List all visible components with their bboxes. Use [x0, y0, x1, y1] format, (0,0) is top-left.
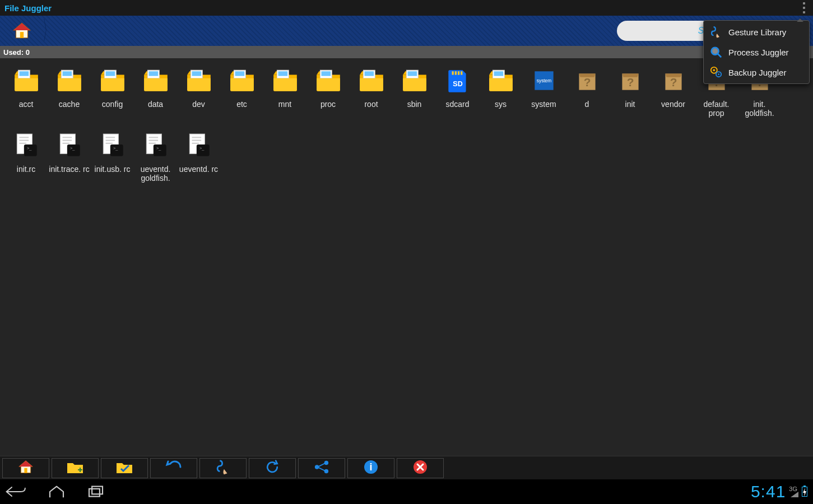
file-item[interactable]: SD sdcard [436, 65, 479, 118]
file-item[interactable]: config [91, 65, 134, 118]
file-label: proc [320, 100, 336, 109]
overflow-menu: Gesture Library Process Juggler Backup J… [703, 20, 810, 84]
recents-nav-icon[interactable] [86, 485, 105, 498]
file-item[interactable]: ? vendor [652, 65, 695, 118]
file-item[interactable]: cache [48, 65, 91, 118]
folder-icon [485, 65, 517, 96]
newfolder-icon [66, 460, 84, 477]
select-button[interactable] [101, 458, 148, 478]
file-item[interactable]: proc [306, 65, 350, 118]
sdcard-icon: SD [442, 65, 473, 96]
svg-point-80 [324, 469, 328, 473]
file-item[interactable]: mnt [263, 65, 306, 118]
svg-rect-2 [20, 32, 24, 38]
file-label: etc [236, 100, 247, 109]
svg-text:SD: SD [453, 80, 462, 88]
file-item[interactable]: etc [220, 65, 263, 118]
file-label: sbin [407, 100, 422, 109]
menu-item-backup[interactable]: Backup Juggler [704, 62, 809, 82]
home-button[interactable] [2, 458, 49, 478]
chevron-icon: 〉 [43, 13, 53, 48]
gesture-button[interactable] [199, 458, 247, 478]
backup-icon [709, 66, 723, 79]
file-item[interactable]: system system [522, 65, 565, 118]
unknown-icon: ? [658, 65, 689, 96]
svg-rect-22 [407, 71, 417, 76]
svg-rect-29 [494, 71, 503, 76]
share-button[interactable] [298, 458, 345, 478]
svg-marker-74 [19, 460, 33, 466]
file-label: dev [192, 100, 205, 109]
svg-point-67 [712, 48, 719, 55]
file-item[interactable]: >_ init.usb. rc [91, 130, 134, 183]
svg-text:>_: >_ [199, 146, 205, 151]
svg-point-70 [713, 69, 716, 72]
svg-marker-90 [791, 492, 798, 497]
menu-item-label: Gesture Library [728, 27, 786, 37]
file-item[interactable]: ? d [565, 65, 608, 118]
close-icon [413, 460, 428, 477]
file-label: acct [19, 100, 34, 109]
folder-check-icon [115, 460, 133, 477]
file-item[interactable]: root [350, 65, 393, 118]
file-item[interactable]: dev [177, 65, 220, 118]
file-item[interactable]: sys [479, 65, 522, 118]
file-item[interactable]: sbin [393, 65, 436, 118]
svg-rect-89 [92, 487, 103, 494]
file-label: vendor [661, 100, 685, 109]
svg-rect-16 [278, 71, 287, 76]
svg-line-82 [318, 467, 324, 470]
info-icon: i [364, 460, 378, 477]
svg-rect-24 [454, 71, 456, 74]
file-label: sdcard [445, 100, 469, 109]
refresh-icon [264, 459, 280, 477]
file-item[interactable]: acct [4, 65, 48, 118]
file-item[interactable]: >_ ueventd. goldfish. [134, 130, 177, 183]
folder-icon [11, 65, 42, 96]
share-icon [314, 460, 329, 477]
file-item[interactable]: >_ ueventd. rc [177, 130, 220, 183]
svg-rect-88 [89, 489, 100, 497]
info-button[interactable]: i [347, 458, 394, 478]
file-item[interactable]: ? init [608, 65, 652, 118]
folder-icon [183, 65, 215, 96]
close-button[interactable] [397, 458, 444, 478]
process-icon [709, 45, 723, 59]
svg-rect-8 [105, 71, 115, 76]
refresh-button[interactable] [249, 458, 296, 478]
svg-rect-75 [24, 468, 27, 473]
undo-button[interactable] [150, 458, 197, 478]
signal-icon [791, 492, 798, 497]
file-item[interactable]: >_ init.rc [4, 130, 48, 183]
script-icon: >_ [97, 130, 128, 161]
menu-item-gesture[interactable]: Gesture Library [704, 22, 809, 42]
unknown-icon: ? [615, 65, 646, 96]
file-label: cache [59, 100, 80, 109]
svg-text:>_: >_ [156, 146, 161, 151]
folder-icon [54, 65, 85, 96]
svg-rect-12 [192, 71, 201, 76]
file-item[interactable]: >_ init.trace. rc [48, 130, 91, 183]
network-label: 3G [789, 486, 797, 492]
svg-text:?: ? [670, 76, 677, 88]
breadcrumb-home[interactable] [6, 18, 38, 43]
svg-rect-14 [235, 71, 244, 76]
svg-rect-18 [321, 71, 331, 76]
svg-rect-26 [461, 71, 462, 74]
svg-rect-4 [19, 71, 29, 76]
folder-icon [313, 65, 344, 96]
home-nav-icon[interactable] [47, 485, 66, 498]
svg-text:system: system [536, 78, 551, 83]
svg-text:?: ? [583, 76, 591, 88]
overflow-button[interactable] [797, 0, 811, 16]
new-folder-button[interactable] [52, 458, 99, 478]
folder-icon [97, 65, 128, 96]
battery-icon [802, 487, 807, 497]
file-label: ueventd. goldfish. [135, 165, 176, 183]
svg-rect-6 [62, 71, 72, 76]
file-label: root [364, 100, 378, 109]
back-nav-icon[interactable] [6, 485, 27, 498]
menu-item-process[interactable]: Process Juggler [704, 42, 809, 62]
gesture-icon [215, 459, 231, 478]
file-item[interactable]: data [134, 65, 177, 118]
